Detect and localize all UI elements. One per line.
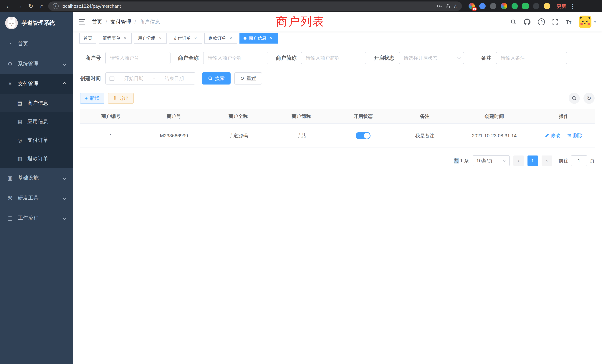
refund-icon: ▥ [16,156,23,162]
font-size-icon[interactable]: TT [566,19,571,25]
status-toggle[interactable] [356,132,370,139]
tab-user-group[interactable]: 用户分组 × [134,33,167,43]
close-icon[interactable]: × [269,36,274,41]
sidebar-toggle-icon[interactable] [79,19,85,25]
prev-page-button[interactable]: ‹ [513,156,524,166]
refresh-icon: ↻ [587,95,591,101]
search-icon[interactable] [510,19,516,25]
download-icon: ⇩ [113,96,117,101]
site-info-icon[interactable]: i [53,3,59,9]
bookmark-star-icon[interactable]: ☆ [453,3,457,9]
home-button[interactable]: ⌂ [37,0,47,12]
github-icon[interactable] [524,19,530,25]
sidebar-item-system[interactable]: ⚙ 系统管理 [0,54,73,74]
sidebar-item-dev-tools[interactable]: ⚒ 研发工具 [0,188,73,208]
sidebar-item-label: 支付订单 [27,137,48,144]
tab-home[interactable]: 首页 [79,33,96,43]
sidebar-item-label: 首页 [18,40,28,47]
share-icon[interactable] [445,3,450,9]
sidebar-item-app-info[interactable]: ▦ 应用信息 [0,112,73,131]
fullscreen-icon[interactable] [552,19,558,25]
reset-button[interactable]: ↻ 重置 [234,72,262,85]
close-icon[interactable]: × [193,36,198,41]
sidebar-item-label: 商户信息 [27,99,48,107]
browser-update-button[interactable]: 更新 [557,3,566,9]
extension-icon-2[interactable] [479,3,486,9]
browser-menu-icon[interactable]: ⋮ [570,3,576,10]
edit-button[interactable]: 修改 [545,132,560,139]
export-button[interactable]: ⇩ 导出 [108,93,134,104]
end-date[interactable]: 结束日期 [157,75,191,82]
add-button[interactable]: + 新增 [80,93,104,104]
status-select[interactable]: 请选择开启状态 [399,52,464,64]
workflow-icon: ▢ [7,215,13,221]
search-button[interactable]: 搜索 [202,72,231,85]
merchant-name-input[interactable] [203,52,268,64]
extension-icon-3[interactable] [490,3,496,9]
table-toolbar: + 新增 ⇩ 导出 ↻ [80,93,595,104]
extension-icon-8[interactable] [544,3,550,9]
tab-merchant-info[interactable]: 商户信息 × [239,33,278,43]
chevron-down-icon [503,158,506,162]
order-icon: ◎ [16,137,23,143]
sidebar-item-merchant-info[interactable]: ▤ 商户信息 [0,94,73,112]
extension-icon-7[interactable] [533,3,539,9]
app-title: 芋道管理系统 [22,19,55,27]
breadcrumb-payment[interactable]: 支付管理 [110,18,131,25]
sidebar-item-infrastructure[interactable]: ▣ 基础设施 [0,168,73,188]
sidebar-item-label: 支付管理 [18,80,39,87]
sidebar-item-refund-order[interactable]: ▥ 退款订单 [0,149,73,168]
chevron-down-icon [63,176,66,180]
refresh-table-button[interactable]: ↻ [583,93,595,104]
page-1-button[interactable]: 1 [527,156,538,166]
breadcrumb-separator: / [135,19,136,25]
reload-button[interactable]: ↻ [26,0,36,12]
goto-suffix: 页 [590,158,595,164]
help-icon[interactable]: ? [538,18,545,25]
browser-window: ← → ↻ ⌂ i localhost:1024/pay/merchant ☆ … [0,0,602,364]
delete-button[interactable]: 删除 [567,132,582,139]
url-text[interactable]: localhost:1024/pay/merchant [62,3,434,9]
merchant-no-input[interactable] [105,52,171,64]
forward-button[interactable]: → [15,0,24,12]
extension-badge: 10 [472,7,477,11]
cell-no: M233666999 [142,124,206,148]
extension-icon-6[interactable] [522,3,529,9]
sidebar-item-pay-order[interactable]: ◎ 支付订单 [0,131,73,149]
col-status: 开启状态 [332,109,394,124]
address-bar[interactable]: i localhost:1024/pay/merchant ☆ [48,1,462,11]
extension-icon-1[interactable]: 10 [469,3,475,9]
logo[interactable]: 芋道管理系统 [0,12,73,34]
close-icon[interactable]: × [228,36,233,41]
remark-input[interactable] [496,52,567,64]
close-icon[interactable]: × [123,36,128,41]
gear-icon: ⚙ [7,61,13,67]
tab-refund-order[interactable]: 退款订单 × [204,33,237,43]
breadcrumb-current: 商户信息 [139,18,160,25]
chevron-down-icon [63,62,66,66]
date-range-picker[interactable]: 开始日期 - 结束日期 [105,72,195,85]
cell-create-time: 2021-10-23 08:31:14 [456,124,533,148]
merchant-short-input[interactable] [301,52,366,64]
back-button[interactable]: ← [4,0,13,12]
close-icon[interactable]: × [158,36,163,41]
tab-pay-order[interactable]: 支付订单 × [169,33,202,43]
breadcrumb-home[interactable]: 首页 [92,18,102,25]
sidebar-item-home[interactable]: ◔ 首页 [0,34,73,54]
tab-process-form[interactable]: 流程表单 × [99,33,132,43]
password-key-icon[interactable] [437,3,442,9]
extension-icon-4[interactable] [501,3,507,9]
extension-icon-5[interactable] [512,3,518,9]
next-page-button[interactable]: › [542,156,552,166]
user-avatar[interactable]: ▾ [579,16,596,28]
infrastructure-icon: ▣ [7,175,13,181]
page-size-select[interactable]: 10条/页 [473,155,510,166]
sidebar-menu: ◔ 首页 ⚙ 系统管理 ¥ 支付管理 ▤ 商户信息 [0,34,73,228]
sidebar-item-payment[interactable]: ¥ 支付管理 [0,74,73,94]
goto-page-input[interactable] [571,155,587,166]
payment-icon: ¥ [7,81,13,87]
sidebar-item-workflow[interactable]: ▢ 工作流程 [0,208,73,228]
toggle-search-button[interactable] [569,93,580,104]
start-date[interactable]: 开始日期 [117,75,151,82]
merchant-card-icon: ▤ [16,100,23,106]
